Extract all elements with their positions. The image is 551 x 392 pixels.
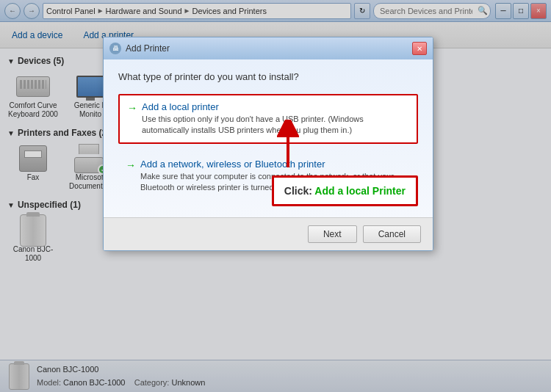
dialog-close-button[interactable]: ✕ bbox=[412, 42, 427, 55]
option1-desc: Use this option only if you don't have a… bbox=[142, 114, 409, 137]
dialog-footer: Next Cancel bbox=[104, 217, 433, 250]
option1-row: → Add a local printer Use this option on… bbox=[127, 101, 409, 137]
red-arrow-annotation bbox=[277, 120, 299, 173]
option2-title: Add a network, wireless or Bluetooth pri… bbox=[140, 159, 411, 170]
click-text: Click: bbox=[284, 185, 312, 197]
add-printer-dialog: 🖶 Add Printer ✕ What type of printer do … bbox=[103, 37, 433, 251]
dialog-titlebar: 🖶 Add Printer ✕ bbox=[104, 37, 433, 59]
green-text: Add a local Printer bbox=[314, 185, 406, 197]
dialog-body: What type of printer do you want to inst… bbox=[104, 59, 433, 217]
option1-content: Add a local printer Use this option only… bbox=[142, 101, 409, 137]
add-local-printer-option[interactable]: → Add a local printer Use this option on… bbox=[118, 94, 418, 144]
option2-arrow-icon: → bbox=[126, 159, 136, 171]
instruction-box: Click: Add a local Printer bbox=[272, 175, 418, 206]
dialog-title-icon: 🖶 bbox=[109, 43, 121, 54]
option1-title: Add a local printer bbox=[142, 101, 409, 112]
next-button[interactable]: Next bbox=[308, 225, 357, 243]
dialog-title-text: Add Printer bbox=[126, 43, 408, 54]
option1-arrow-icon: → bbox=[127, 102, 137, 114]
cancel-button[interactable]: Cancel bbox=[363, 225, 421, 243]
dialog-question: What type of printer do you want to inst… bbox=[118, 71, 418, 82]
